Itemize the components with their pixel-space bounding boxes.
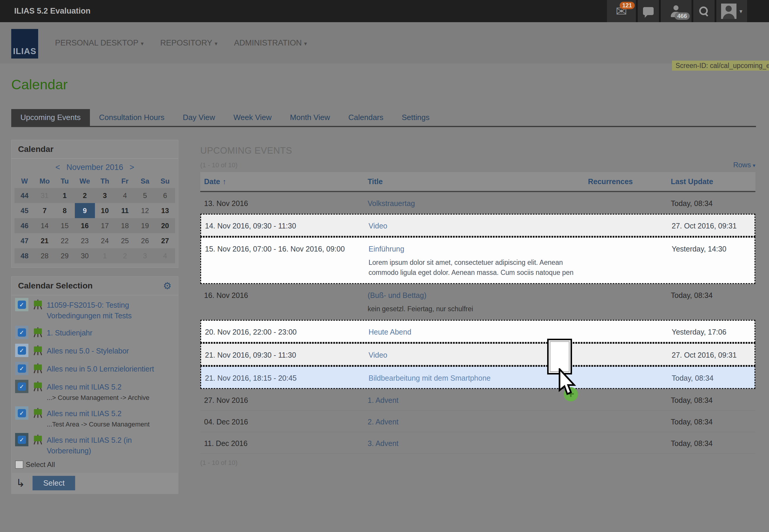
chat-button[interactable] [636, 0, 659, 22]
event-row-drop-target[interactable]: 21. Nov 2016, 09:30 - 11:30Video27. Oct … [200, 343, 755, 366]
day-cell[interactable]: 12 [135, 207, 155, 215]
rows-dropdown[interactable]: Rows▾ [733, 161, 755, 169]
calendar-link[interactable]: 1. Studienjahr [47, 329, 92, 337]
calendar-link[interactable]: 11059-FS2015-0: Testing Vorbedingungen m… [47, 301, 132, 320]
calendar-link[interactable]: Alles neu mit ILIAS 5.2 [47, 383, 122, 391]
select-all-checkbox[interactable] [15, 460, 23, 469]
day-cell[interactable]: 3 [135, 252, 155, 260]
mail-button[interactable]: ✉ 121 [607, 0, 636, 22]
search-button[interactable] [692, 0, 715, 22]
day-cell[interactable]: 4 [155, 252, 175, 260]
day-cell[interactable]: 3 [95, 192, 115, 200]
day-cell[interactable]: 6 [155, 192, 175, 200]
calendar-color-swatch: ✓ [15, 298, 28, 311]
week-number[interactable]: 44 [14, 192, 35, 200]
column-date-sort[interactable]: Date↑ [200, 177, 364, 186]
contacts-button[interactable]: 466 [659, 0, 692, 22]
day-cell[interactable]: 20 [155, 222, 175, 230]
day-cell[interactable]: 1 [55, 192, 75, 200]
day-cell[interactable]: 8 [55, 207, 75, 215]
calendar-checkbox-checked[interactable]: ✓ [18, 346, 26, 355]
day-cell[interactable]: 1 [95, 252, 115, 260]
tab-consultation-hours[interactable]: Consultation Hours [90, 109, 174, 126]
event-date: 27. Nov 2016 [200, 389, 364, 410]
week-number[interactable]: 46 [14, 222, 35, 230]
day-cell[interactable]: 23 [75, 237, 95, 245]
tab-week-view[interactable]: Week View [224, 109, 281, 126]
day-cell[interactable]: 25 [115, 237, 135, 245]
calendar-checkbox-checked[interactable]: ✓ [18, 364, 26, 373]
next-month-button[interactable]: > [129, 163, 134, 172]
event-title-link[interactable]: Video [368, 222, 388, 230]
event-title-link[interactable]: Volkstrauertag [367, 199, 415, 207]
user-menu-button[interactable]: ▾ [715, 0, 747, 22]
tab-month-view[interactable]: Month View [281, 109, 339, 126]
calendar-checkbox-checked[interactable]: ✓ [18, 436, 26, 444]
event-title-link[interactable]: (Buß- und Bettag) [367, 291, 427, 299]
tab-calendars[interactable]: Calendars [339, 109, 393, 126]
day-cell[interactable]: 30 [75, 252, 95, 260]
event-row-drop-target[interactable]: 14. Nov 2016, 09:30 - 11:30Video27. Oct … [200, 214, 755, 237]
calendar-checkbox-checked[interactable]: ✓ [18, 382, 26, 391]
day-cell[interactable]: 4 [115, 192, 135, 200]
range-bottom: (1 - 10 of 10) [200, 459, 755, 467]
event-row-drop-target[interactable]: 15. Nov 2016, 07:00 - 16. Nov 2016, 09:0… [200, 237, 755, 284]
day-cell[interactable]: 11 [115, 207, 135, 215]
week-number[interactable]: 48 [14, 252, 35, 260]
event-row-drop-target[interactable]: 21. Nov 2016, 18:15 - 20:45Bildbearbeitu… [200, 366, 755, 389]
day-cell[interactable]: 21 [35, 237, 55, 245]
event-title-link[interactable]: 1. Advent [367, 396, 399, 404]
calendar-link[interactable]: Alles neu in 5.0 Lernzielorientiert [47, 365, 154, 373]
day-cell[interactable]: 22 [55, 237, 75, 245]
day-cell[interactable]: 5 [135, 192, 155, 200]
nav-personal-desktop[interactable]: PERSONAL DESKTOP▾ [55, 38, 144, 48]
day-cell[interactable]: 2 [115, 252, 135, 260]
ilias-logo[interactable]: ILIAS [11, 29, 38, 59]
calendar-checkbox-checked[interactable]: ✓ [18, 409, 26, 417]
tab-upcoming-events[interactable]: Upcoming Events [11, 109, 90, 126]
day-cell[interactable]: 16 [75, 222, 95, 230]
week-row: 45 7 8 9 10 11 12 13 [14, 203, 175, 218]
apply-arrow-icon: ↳ [16, 478, 25, 489]
calendar-link[interactable]: Alles neu 5.0 - Stylelabor [47, 347, 129, 355]
column-title[interactable]: Title [364, 177, 584, 186]
calendar-link[interactable]: Alles neu mit ILIAS 5.2 [47, 409, 122, 418]
week-number[interactable]: 47 [14, 237, 35, 245]
day-cell-selected[interactable]: 9 [75, 203, 95, 218]
day-cell[interactable]: 31 [35, 192, 55, 200]
calendar-checkbox-checked[interactable]: ✓ [18, 301, 26, 309]
prev-month-button[interactable]: < [55, 163, 60, 172]
day-cell[interactable]: 15 [55, 222, 75, 230]
day-cell[interactable]: 24 [95, 237, 115, 245]
day-cell[interactable]: 27 [155, 237, 175, 245]
day-cell[interactable]: 10 [95, 207, 115, 215]
day-cell[interactable]: 17 [95, 222, 115, 230]
nav-administration[interactable]: ADMINISTRATION▾ [234, 38, 307, 48]
day-cell[interactable]: 18 [115, 222, 135, 230]
calendar-path: ...Test Area -> Course Management [47, 421, 150, 428]
nav-repository[interactable]: REPOSITORY▾ [160, 38, 218, 48]
day-cell[interactable]: 7 [35, 207, 55, 215]
day-cell[interactable]: 14 [35, 222, 55, 230]
calendar-checkbox-checked[interactable]: ✓ [18, 328, 26, 337]
day-cell[interactable]: 28 [35, 252, 55, 260]
day-cell[interactable]: 26 [135, 237, 155, 245]
tab-day-view[interactable]: Day View [174, 109, 224, 126]
day-cell[interactable]: 19 [135, 222, 155, 230]
calendar-link[interactable]: Alles neu mit ILIAS 5.2 (in Vorbereitung… [47, 436, 132, 455]
event-title-link[interactable]: Einführung [368, 245, 404, 253]
event-title-link[interactable]: 2. Advent [367, 418, 399, 426]
tab-settings[interactable]: Settings [393, 109, 439, 126]
event-row-drop-target[interactable]: 20. Nov 2016, 22:00 - 23:00Heute AbendYe… [200, 320, 755, 343]
day-cell[interactable]: 2 [75, 192, 95, 200]
day-cell[interactable]: 29 [55, 252, 75, 260]
gear-icon[interactable]: ⚙ [163, 281, 171, 291]
event-last-update: Today, 08:34 [667, 192, 755, 213]
event-title-link[interactable]: 3. Advent [367, 439, 399, 447]
day-cell[interactable]: 13 [155, 207, 175, 215]
event-title-link[interactable]: Heute Abend [368, 328, 412, 336]
event-title-link[interactable]: Video [368, 351, 388, 359]
select-button[interactable]: Select [33, 476, 75, 490]
event-title-link[interactable]: Bildbearbeitung mit dem Smartphone [368, 374, 491, 382]
week-number[interactable]: 45 [14, 207, 35, 215]
